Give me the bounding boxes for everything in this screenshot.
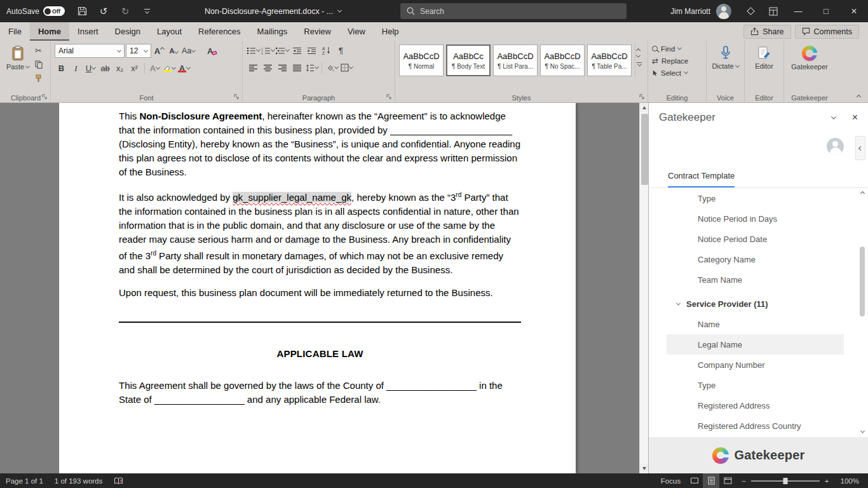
minimize-button[interactable]: — bbox=[784, 0, 812, 22]
styles-scroll-down-icon[interactable] bbox=[636, 53, 641, 58]
tab-review[interactable]: Review bbox=[295, 22, 339, 41]
document-scrollbar[interactable] bbox=[639, 103, 648, 473]
increase-indent-button[interactable] bbox=[305, 44, 318, 57]
panel-options-dropdown-icon[interactable] bbox=[831, 114, 836, 119]
gem-icon[interactable] bbox=[747, 7, 755, 15]
state-blank[interactable]: _________________ bbox=[154, 394, 245, 405]
show-formatting-marks-button[interactable]: ¶ bbox=[334, 44, 348, 57]
change-case-button[interactable]: Aa bbox=[182, 44, 195, 58]
gatekeeper-button[interactable]: Gatekeeper bbox=[787, 43, 832, 91]
paragraph-dialog-launcher[interactable] bbox=[386, 94, 393, 100]
tab-insert[interactable]: Insert bbox=[69, 22, 107, 41]
find-button[interactable]: Find bbox=[651, 43, 703, 55]
proofing-status-button[interactable] bbox=[108, 473, 129, 488]
paste-button[interactable]: Paste bbox=[4, 43, 32, 91]
panel-close-button[interactable]: × bbox=[852, 112, 858, 123]
style-table-paragraph[interactable]: AaBbCcD ¶ Table Pa... bbox=[587, 44, 632, 76]
maximize-button[interactable]: □ bbox=[812, 0, 840, 22]
focus-mode-button[interactable]: Focus bbox=[655, 473, 686, 488]
user-account[interactable]: Jim Marriott bbox=[663, 4, 739, 19]
field-item-name[interactable]: Name bbox=[649, 314, 868, 334]
field-item-type[interactable]: Type bbox=[649, 188, 868, 208]
text-effects-button[interactable]: A bbox=[148, 62, 161, 75]
read-mode-button[interactable] bbox=[686, 473, 703, 488]
tab-references[interactable]: References bbox=[190, 22, 248, 41]
ribbon-display-options-button[interactable] bbox=[763, 0, 784, 22]
grow-font-button[interactable]: A bbox=[153, 44, 166, 58]
field-item-company-number[interactable]: Company Number bbox=[649, 355, 868, 375]
scroll-up-button[interactable] bbox=[640, 103, 648, 112]
multilevel-list-button[interactable] bbox=[276, 44, 289, 57]
style-body-text[interactable]: AaBbCc ¶ Body Text bbox=[446, 44, 491, 76]
zoom-slider[interactable] bbox=[751, 480, 820, 482]
subscript-button[interactable]: x₂ bbox=[113, 62, 126, 75]
close-window-button[interactable]: × bbox=[840, 0, 868, 22]
shrink-font-button[interactable]: A bbox=[167, 44, 180, 58]
dictate-button[interactable]: Dictate bbox=[709, 43, 742, 91]
page-indicator[interactable]: Page 1 of 1 bbox=[0, 473, 49, 488]
cut-button[interactable]: ✂ bbox=[32, 44, 45, 57]
format-painter-button[interactable] bbox=[32, 72, 45, 85]
comments-button[interactable]: Comments bbox=[795, 25, 859, 39]
align-left-button[interactable] bbox=[247, 61, 260, 74]
tab-design[interactable]: Design bbox=[107, 22, 149, 41]
field-item-team-name[interactable]: Team Name bbox=[649, 269, 868, 290]
field-item-registered-address[interactable]: Registered Address bbox=[649, 395, 868, 416]
highlight-color-button[interactable] bbox=[163, 62, 176, 75]
autosave-control[interactable]: AutoSave Off bbox=[0, 6, 71, 16]
tab-help[interactable]: Help bbox=[374, 22, 407, 41]
search-input[interactable] bbox=[420, 7, 598, 16]
zoom-in-button[interactable]: + bbox=[825, 473, 835, 488]
copy-button[interactable] bbox=[32, 58, 45, 71]
zoom-slider-thumb[interactable] bbox=[783, 478, 787, 484]
style-normal[interactable]: AaBbCcD ¶ Normal bbox=[399, 44, 444, 76]
borders-button[interactable] bbox=[340, 61, 353, 74]
field-item-type-2[interactable]: Type bbox=[649, 375, 868, 395]
tab-layout[interactable]: Layout bbox=[149, 22, 190, 41]
zoom-out-button[interactable]: − bbox=[736, 473, 746, 488]
font-family-select[interactable]: Arial bbox=[55, 44, 125, 58]
styles-scroll-up-icon[interactable] bbox=[636, 48, 641, 53]
font-size-select[interactable]: 12 bbox=[126, 44, 151, 58]
clear-formatting-button[interactable]: A bbox=[205, 44, 219, 58]
font-color-button[interactable]: A bbox=[177, 62, 191, 75]
field-item-notice-period-in-days[interactable]: Notice Period in Days bbox=[649, 208, 868, 229]
clipboard-dialog-launcher[interactable] bbox=[42, 94, 48, 100]
gatekeeper-merge-field[interactable]: gk_supplier_legal_name_gk bbox=[233, 192, 351, 203]
zoom-level[interactable]: 100% bbox=[835, 473, 868, 488]
document-title[interactable]: Non-Disclosure-Agreement.docx - ... bbox=[205, 0, 341, 22]
styles-more-button[interactable] bbox=[637, 62, 642, 67]
redo-button[interactable]: ↻ bbox=[114, 0, 136, 22]
print-layout-button[interactable] bbox=[703, 473, 719, 488]
tab-view[interactable]: View bbox=[339, 22, 374, 41]
autosave-toggle[interactable]: Off bbox=[43, 6, 65, 16]
replace-button[interactable]: ⇄ Replace bbox=[651, 55, 703, 67]
underline-button[interactable]: U bbox=[84, 62, 97, 75]
panel-avatar[interactable] bbox=[827, 138, 844, 155]
panel-scrollbar-thumb[interactable] bbox=[860, 247, 865, 316]
web-layout-button[interactable] bbox=[719, 473, 736, 488]
editor-button[interactable]: Editor bbox=[747, 43, 781, 91]
word-count[interactable]: 1 of 193 words bbox=[49, 473, 108, 488]
scrollbar-thumb[interactable] bbox=[641, 114, 648, 185]
numbering-button[interactable]: 1.2.3. bbox=[261, 44, 275, 57]
scroll-down-button[interactable] bbox=[640, 464, 648, 473]
tab-mailings[interactable]: Mailings bbox=[249, 22, 296, 41]
align-right-button[interactable] bbox=[276, 61, 289, 74]
decrease-indent-button[interactable] bbox=[290, 44, 304, 57]
field-item-category-name[interactable]: Category Name bbox=[649, 249, 868, 269]
sort-button[interactable]: AZ bbox=[320, 44, 333, 57]
county-blank[interactable]: _________________ bbox=[386, 380, 477, 391]
styles-dialog-launcher[interactable] bbox=[639, 94, 646, 100]
panel-scroll-up-icon[interactable] bbox=[860, 191, 864, 196]
customize-quick-access-button[interactable] bbox=[136, 0, 158, 22]
shading-button[interactable] bbox=[325, 61, 339, 74]
tab-contract-template[interactable]: Contract Template bbox=[668, 171, 735, 187]
align-center-button[interactable] bbox=[261, 61, 275, 74]
document-page[interactable]: This Non-Disclosure Agreement, hereinaft… bbox=[59, 103, 576, 473]
field-item-notice-period-date[interactable]: Notice Period Date bbox=[649, 229, 868, 249]
disclosing-entity-blank[interactable]: _______________________ bbox=[390, 125, 512, 135]
superscript-button[interactable]: x² bbox=[128, 62, 141, 75]
tab-file[interactable]: File bbox=[0, 22, 30, 41]
undo-button[interactable]: ↺ bbox=[93, 0, 114, 22]
